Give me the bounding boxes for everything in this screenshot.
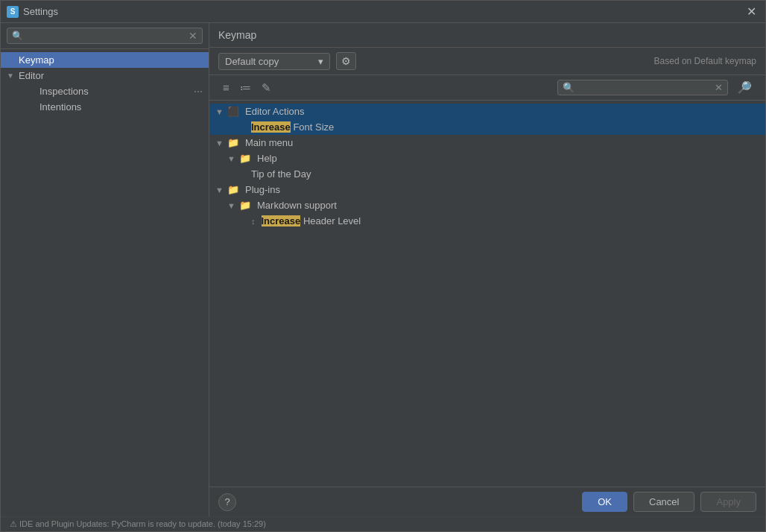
ok-button[interactable]: OK [582, 492, 627, 512]
help-label: Help [257, 153, 277, 164]
action-buttons: OK Cancel Apply [582, 492, 756, 512]
sidebar-item-intentions-label: Intentions [39, 101, 81, 113]
keymap-search-box[interactable]: 🔍 increase ✕ [557, 80, 728, 95]
sidebar-search-input[interactable]: decr [26, 31, 186, 42]
keymap-search-clear-icon[interactable]: ✕ [715, 82, 723, 93]
plug-ins-label: Plug-ins [245, 184, 280, 195]
sidebar-item-editor[interactable]: ▼ Editor [1, 68, 209, 83]
markdown-support-label: Markdown support [257, 200, 337, 211]
sidebar-search-clear-icon[interactable]: ✕ [189, 30, 197, 42]
apply-button[interactable]: Apply [700, 492, 756, 512]
search-icon: 🔍 [12, 31, 23, 41]
keymap-action-toolbar: ≡ ≔ ✎ 🔍 increase ✕ 🔎 [209, 75, 765, 101]
based-on-text: Based on Default keymap [654, 56, 756, 66]
app-icon: S [7, 6, 19, 18]
profile-dropdown-icon: ▾ [318, 56, 323, 67]
status-text: ⚠ IDE and Plugin Updates: PyCharm is rea… [10, 519, 266, 529]
main-content: 🔍 decr ✕ Keymap ▼ Editor [1, 23, 765, 516]
search-by-shortcut-button[interactable]: 🔎 [732, 78, 756, 97]
keymap-header: Keymap [209, 23, 765, 48]
sidebar-search-box[interactable]: 🔍 decr ✕ [7, 28, 203, 44]
increase-header-highlight: Increase Header Level [262, 215, 361, 227]
edit-shortcut-button[interactable]: ✎ [257, 79, 276, 97]
editor-actions-label: Editor Actions [245, 106, 305, 117]
keymap-title: Keymap [218, 29, 256, 41]
main-menu-group[interactable]: ▼ 📁 Main menu [209, 135, 765, 151]
sidebar-item-inspections-label: Inspections [39, 86, 89, 97]
profile-gear-button[interactable]: ⚙ [336, 52, 356, 70]
status-bar: ⚠ IDE and Plugin Updates: PyCharm is rea… [1, 516, 765, 531]
highlight-increase: Increase [251, 121, 291, 133]
sidebar-item-inspections[interactable]: Inspections ⋯ [1, 83, 209, 99]
sidebar-item-keymap-label: Keymap [19, 54, 54, 66]
help-folder-icon: 📁 [239, 153, 251, 164]
tip-of-the-day-row[interactable]: Tip of the Day [209, 166, 765, 182]
profile-name: Default copy [225, 56, 279, 67]
window-title: Settings [23, 6, 58, 17]
increase-font-size-row[interactable]: Increase Font Size [209, 119, 765, 135]
profile-toolbar-row: Default copy ▾ ⚙ Based on Default keymap [209, 48, 765, 75]
help-group[interactable]: ▼ 📁 Help [209, 151, 765, 166]
tree-arrow-editor: ▼ [7, 72, 16, 80]
sidebar-item-editor-label: Editor [19, 70, 44, 81]
sidebar-item-keymap[interactable]: Keymap [1, 52, 209, 68]
profile-select[interactable]: Default copy ▾ [218, 53, 330, 70]
keymap-search-input[interactable]: increase [577, 82, 712, 93]
titlebar: S Settings ✕ [1, 1, 765, 23]
sidebar: 🔍 decr ✕ Keymap ▼ Editor [1, 23, 209, 516]
markdown-folder-icon: 📁 [239, 200, 251, 211]
increase-font-size-highlight: Increase Font Size [251, 121, 334, 133]
sidebar-item-intentions[interactable]: Intentions [1, 99, 209, 115]
markdown-support-group[interactable]: ▼ 📁 Markdown support [209, 197, 765, 213]
close-button[interactable]: ✕ [744, 4, 759, 19]
right-panel: Keymap Default copy ▾ ⚙ Based on Default… [209, 23, 765, 516]
keymap-search-area: 🔍 increase ✕ 🔎 [557, 78, 756, 97]
cancel-button[interactable]: Cancel [633, 492, 694, 512]
titlebar-left: S Settings [7, 6, 58, 18]
dialog-footer: ? OK Cancel Apply [209, 487, 765, 516]
keymap-toolbar-buttons: ≡ ≔ ✎ [218, 79, 276, 97]
main-menu-icon: 📁 [227, 137, 239, 148]
plug-ins-group[interactable]: ▼ 📁 Plug-ins [209, 182, 765, 197]
tip-label: Tip of the Day [251, 168, 311, 180]
sidebar-search-area: 🔍 decr ✕ [1, 23, 209, 49]
filter-button[interactable]: ≔ [235, 79, 256, 97]
settings-window: S Settings ✕ 🔍 decr ✕ Keymap [0, 0, 766, 532]
increase-header-level-row[interactable]: ↕ Increase Header Level [209, 213, 765, 229]
highlight-increase-header: Increase [262, 215, 301, 227]
help-button[interactable]: ? [218, 493, 236, 511]
keymap-tree-panel: ▼ ⬛ Editor Actions Increase Font Size ▼ … [209, 101, 765, 487]
editor-actions-group[interactable]: ▼ ⬛ Editor Actions [209, 104, 765, 119]
expand-all-button[interactable]: ≡ [218, 79, 234, 97]
chevron-markdown: ▼ [227, 201, 236, 210]
header-action-icon: ↕ [251, 217, 256, 226]
main-menu-label: Main menu [245, 137, 293, 148]
sidebar-tree: Keymap ▼ Editor Inspections ⋯ Intentions [1, 49, 209, 516]
chevron-plugins: ▼ [215, 186, 224, 194]
keymap-search-icon: 🔍 [563, 82, 574, 93]
chevron-help: ▼ [227, 154, 236, 163]
inspections-icon: ⋯ [194, 86, 203, 97]
plugins-folder-icon: 📁 [227, 184, 239, 195]
editor-actions-icon: ⬛ [227, 106, 239, 117]
chevron-editor-actions: ▼ [215, 107, 224, 116]
chevron-main-menu: ▼ [215, 139, 224, 148]
